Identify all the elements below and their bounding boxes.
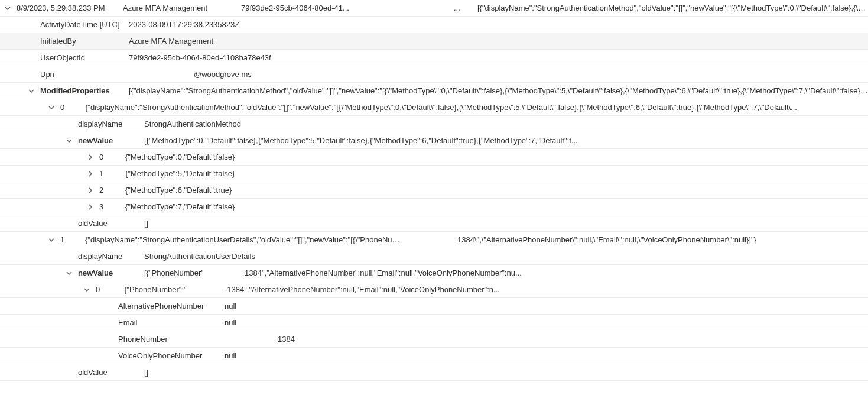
mp-item-1-summary-left: {"displayName":"StrongAuthenticationUser…: [85, 235, 404, 244]
field-initiatedby: InitiatedBy Azure MFA Management: [0, 33, 868, 50]
mp1-nv-0[interactable]: 0 {"PhoneNumber":" -1384","AlternativePh…: [0, 281, 868, 298]
label-upn: Upn: [40, 70, 129, 79]
chevron-down-icon[interactable]: [65, 270, 73, 276]
mp0-displayname: displayName StrongAuthenticationMethod: [0, 116, 868, 132]
value-mp1-phone: 1384: [225, 335, 295, 344]
label-mp1-newvalue: newValue: [78, 268, 144, 277]
label-mp1-phone: PhoneNumber: [118, 335, 225, 344]
mp-item-1-index: 1: [60, 235, 85, 244]
mp0-nv-3-idx: 3: [99, 202, 125, 211]
value-mp1-altphone: null: [225, 302, 236, 310]
mp0-nv-1[interactable]: 1 {"MethodType":5,"Default":false}: [0, 166, 868, 182]
header-json: [{"displayName":"StrongAuthenticationMet…: [477, 4, 868, 12]
value-mp1-email: null: [225, 318, 236, 327]
value-upn: @woodgrove.ms: [129, 70, 252, 79]
value-userobjectid: 79f93de2-95cb-4064-80ed-4108ba78e43f: [129, 53, 271, 62]
value-mp0-displayname: StrongAuthenticationMethod: [144, 119, 241, 128]
mp1-newvalue[interactable]: newValue [{"PhoneNumber' 1384","Alternat…: [0, 265, 868, 281]
field-modifiedproperties[interactable]: ModifiedProperties [{"displayName":"Stro…: [0, 83, 868, 99]
mp1-voice: VoiceOnlyPhoneNumber null: [0, 348, 868, 364]
label-mp1-voice: VoiceOnlyPhoneNumber: [118, 351, 225, 360]
mp-item-1[interactable]: 1 {"displayName":"StrongAuthenticationUs…: [0, 232, 868, 248]
value-mp1-newvalue-right: 1384","AlternativePhoneNumber":null,"Ema…: [245, 268, 522, 277]
mp1-nv-0-idx: 0: [96, 285, 124, 294]
mp-item-1-summary-right: 1384\",\"AlternativePhoneNumber\":null,\…: [457, 235, 868, 244]
mp1-oldvalue: oldValue []: [0, 364, 868, 381]
value-mp0-oldvalue: []: [144, 219, 148, 228]
chevron-down-icon[interactable]: [47, 237, 56, 243]
label-mp1-altphone: AlternativePhoneNumber: [118, 302, 225, 310]
mp1-nv-0-right: -1384","AlternativePhoneNumber":null,"Em…: [225, 285, 500, 294]
mp0-nv-0[interactable]: 0 {"MethodType":0,"Default":false}: [0, 149, 868, 166]
chevron-right-icon[interactable]: [86, 204, 95, 210]
mp0-nv-2-idx: 2: [99, 186, 125, 195]
label-activitydatetime: ActivityDateTime [UTC]: [40, 20, 129, 29]
mp0-nv-2[interactable]: 2 {"MethodType":6,"Default":true}: [0, 182, 868, 199]
header-ellipsis: ...: [454, 4, 477, 12]
value-mp1-displayname: StrongAuthenticationUserDetails: [144, 252, 255, 261]
field-activitydatetime: ActivityDateTime [UTC] 2023-08-09T17:29:…: [0, 17, 868, 33]
value-mp1-oldvalue: []: [144, 368, 148, 377]
chevron-down-icon[interactable]: [4, 5, 12, 11]
label-initiatedby: InitiatedBy: [40, 37, 129, 46]
field-userobjectid: UserObjectId 79f93de2-95cb-4064-80ed-410…: [0, 50, 868, 66]
mp-item-0-index: 0: [60, 103, 85, 112]
value-mp1-voice: null: [225, 351, 236, 360]
field-upn: Upn @woodgrove.ms: [0, 66, 868, 83]
chevron-right-icon[interactable]: [86, 171, 95, 177]
mp0-oldvalue: oldValue []: [0, 215, 868, 232]
value-initiatedby: Azure MFA Management: [129, 37, 213, 46]
mp0-nv-2-val: {"MethodType":6,"Default":true}: [125, 186, 232, 195]
chevron-down-icon[interactable]: [27, 88, 35, 94]
chevron-down-icon[interactable]: [83, 287, 91, 293]
mp-item-0-summary: {"displayName":"StrongAuthenticationMeth…: [85, 103, 868, 112]
header-timestamp: 8/9/2023, 5:29:38.233 PM: [17, 4, 123, 12]
chevron-down-icon[interactable]: [47, 105, 56, 111]
label-userobjectid: UserObjectId: [40, 53, 129, 62]
label-mp0-oldvalue: oldValue: [78, 219, 144, 228]
mp0-newvalue[interactable]: newValue [{"MethodType":0,"Default":fals…: [0, 132, 868, 149]
value-modifiedproperties: [{"displayName":"StrongAuthenticationMet…: [129, 86, 868, 95]
mp0-nv-0-val: {"MethodType":0,"Default":false}: [125, 153, 235, 161]
value-mp1-newvalue-left: [{"PhoneNumber': [144, 268, 245, 277]
mp0-nv-1-idx: 1: [99, 169, 125, 178]
mp0-nv-3[interactable]: 3 {"MethodType":7,"Default":false}: [0, 199, 868, 215]
label-mp0-newvalue: newValue: [78, 136, 144, 145]
chevron-right-icon[interactable]: [86, 187, 95, 193]
label-mp1-email: Email: [118, 318, 225, 327]
label-mp1-oldvalue: oldValue: [78, 368, 144, 377]
label-modifiedproperties: ModifiedProperties: [40, 86, 129, 95]
value-mp0-newvalue: [{"MethodType":0,"Default":false},{"Meth…: [144, 136, 868, 145]
header-objectid: 79f93de2-95cb-4064-80ed-41...: [241, 4, 454, 12]
mp1-altphone: AlternativePhoneNumber null: [0, 298, 868, 315]
mp1-nv-0-left: {"PhoneNumber":": [124, 285, 225, 294]
mp1-phone: PhoneNumber 1384: [0, 331, 868, 348]
chevron-down-icon[interactable]: [65, 138, 73, 144]
header-service: Azure MFA Management: [123, 4, 241, 12]
value-activitydatetime: 2023-08-09T17:29:38.2335823Z: [129, 20, 239, 29]
mp-item-0[interactable]: 0 {"displayName":"StrongAuthenticationMe…: [0, 99, 868, 116]
mp1-email: Email null: [0, 315, 868, 331]
mp0-nv-1-val: {"MethodType":5,"Default":false}: [125, 169, 235, 178]
label-mp1-displayname: displayName: [78, 252, 144, 261]
mp0-nv-0-idx: 0: [99, 153, 125, 161]
label-mp0-displayname: displayName: [78, 119, 144, 128]
mp0-nv-3-val: {"MethodType":7,"Default":false}: [125, 202, 235, 211]
chevron-right-icon[interactable]: [86, 154, 95, 160]
log-header-row[interactable]: 8/9/2023, 5:29:38.233 PM Azure MFA Manag…: [0, 0, 868, 17]
mp1-displayname: displayName StrongAuthenticationUserDeta…: [0, 248, 868, 265]
